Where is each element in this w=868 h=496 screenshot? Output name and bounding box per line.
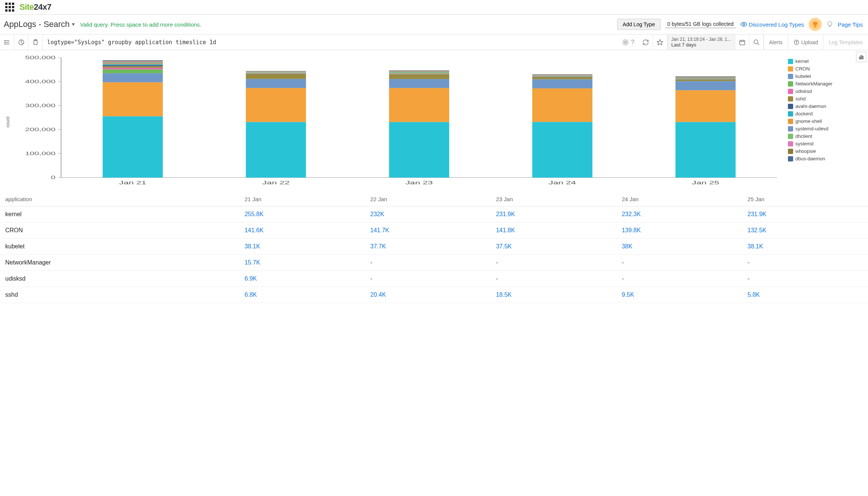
cell-value[interactable]: 38.1K — [239, 239, 365, 255]
svg-rect-96 — [676, 77, 736, 77]
legend-item-dbus-daemon[interactable]: dbus-daemon — [788, 156, 863, 161]
legend-item-systemd-udevd[interactable]: systemd-udevd — [788, 126, 863, 131]
cell-value[interactable]: 231.9K — [742, 206, 868, 223]
svg-rect-78 — [532, 76, 593, 77]
query-help-icon[interactable]: ? — [631, 39, 634, 46]
cell-value[interactable]: 38.1K — [742, 239, 868, 255]
legend-item-kubelet[interactable]: kubelet — [788, 73, 863, 79]
query-text: logtype="SysLogs" groupby application ti… — [47, 39, 622, 46]
cell-app: sshd — [0, 287, 239, 303]
cell-value: - — [365, 271, 491, 287]
svg-rect-75 — [532, 79, 593, 88]
add-log-type-button[interactable]: Add Log Type — [617, 19, 661, 30]
cell-value: - — [491, 271, 616, 287]
cell-value[interactable]: 15.7K — [239, 255, 365, 271]
cell-value[interactable]: 255.8K — [239, 206, 365, 223]
svg-rect-39 — [103, 64, 163, 65]
stacked-bar-chart[interactable]: 0100,000200,000300,000400,000500,000Jan … — [12, 54, 784, 189]
cell-value[interactable]: 141.7K — [365, 223, 491, 239]
query-input[interactable]: logtype="SysLogs" groupby application ti… — [43, 34, 639, 50]
col-date[interactable]: 24 Jan — [616, 192, 742, 206]
cell-value[interactable]: 9.5K — [616, 287, 742, 303]
legend-item-whoopsie[interactable]: whoopsie — [788, 148, 863, 154]
svg-rect-84 — [532, 74, 593, 75]
legend-item-kernel[interactable]: kernel — [788, 58, 863, 64]
svg-point-15 — [754, 40, 758, 44]
cell-value[interactable]: 37.7K — [365, 239, 491, 255]
svg-marker-10 — [657, 39, 663, 45]
svg-rect-89 — [676, 80, 736, 81]
legend-swatch — [788, 141, 793, 146]
svg-text:300,000: 300,000 — [25, 103, 55, 108]
col-date[interactable]: 25 Jan — [742, 192, 868, 206]
cell-value[interactable]: 6.9K — [239, 271, 365, 287]
cell-value[interactable]: 139.8K — [616, 223, 742, 239]
page-tips-link[interactable]: Page Tips — [838, 21, 863, 28]
page-title-dropdown[interactable]: AppLogs - Search ▼ — [4, 19, 76, 29]
svg-text:Jan 23: Jan 23 — [405, 180, 433, 185]
cell-value[interactable]: 5.8K — [742, 287, 868, 303]
col-date[interactable]: 21 Jan — [239, 192, 365, 206]
cell-app: udisksd — [0, 271, 239, 287]
cell-value: - — [491, 255, 616, 271]
col-date[interactable]: 23 Jan — [491, 192, 616, 206]
cell-value: - — [742, 255, 868, 271]
cell-value[interactable]: 231.9K — [491, 206, 616, 223]
svg-text:400,000: 400,000 — [25, 79, 55, 84]
discovered-log-types-link[interactable]: Discovered Log Types — [740, 21, 804, 28]
alerts-button[interactable]: Alerts — [764, 34, 788, 50]
chart-type-button[interactable] — [856, 52, 867, 62]
cell-value[interactable]: 232K — [365, 206, 491, 223]
cell-value[interactable]: 232.3K — [616, 206, 742, 223]
legend-item-gnome-shell[interactable]: gnome-shell — [788, 118, 863, 124]
legend-item-dhclient[interactable]: dhclient — [788, 133, 863, 139]
legend-label: CRON — [795, 66, 810, 72]
col-application[interactable]: application — [0, 192, 239, 206]
legend-item-CRON[interactable]: CRON — [788, 66, 863, 72]
svg-rect-51 — [246, 74, 306, 74]
cell-value[interactable]: 141.6K — [239, 223, 365, 239]
svg-rect-36 — [103, 68, 163, 69]
cell-value[interactable]: 141.8K — [491, 223, 616, 239]
svg-line-16 — [757, 43, 759, 45]
table-row: sshd6.8K20.4K18.5K9.5K5.8K — [0, 287, 868, 303]
log-templates-button[interactable]: Log Templates — [823, 34, 868, 50]
legend-swatch — [788, 96, 793, 102]
cell-value[interactable]: 132.5K — [742, 223, 868, 239]
site24x7-logo[interactable]: Site24x7 — [19, 2, 51, 12]
calendar-icon[interactable] — [735, 34, 749, 50]
legend-item-avahi-daemon[interactable]: avahi-daemon — [788, 103, 863, 109]
svg-rect-91 — [676, 79, 736, 79]
cell-value[interactable]: 18.5K — [491, 287, 616, 303]
clear-query-icon[interactable]: ✕ — [622, 39, 629, 46]
legend-item-sshd[interactable]: sshd — [788, 96, 863, 102]
cell-value[interactable]: 20.4K — [365, 287, 491, 303]
star-icon[interactable] — [653, 34, 667, 50]
svg-rect-88 — [676, 81, 736, 90]
cell-app: NetworkManager — [0, 255, 239, 271]
highlight-badge[interactable] — [808, 18, 822, 31]
clipboard-icon[interactable] — [28, 34, 43, 50]
legend-swatch — [788, 156, 793, 161]
table-row: udisksd6.9K---- — [0, 271, 868, 287]
legend-item-systemd[interactable]: systemd — [788, 141, 863, 146]
app-launcher-icon[interactable] — [5, 3, 14, 12]
time-range-picker[interactable]: Jan 21, 13:19:24 - Jan 28, 1... Last 7 d… — [667, 34, 735, 50]
svg-rect-34 — [103, 73, 163, 82]
col-date[interactable]: 22 Jan — [365, 192, 491, 206]
legend-label: systemd — [795, 141, 813, 146]
legend-item-udisksd[interactable]: udisksd — [788, 88, 863, 94]
pie-chart-icon[interactable] — [14, 34, 28, 50]
svg-rect-97 — [676, 76, 736, 77]
legend-label: udisksd — [795, 88, 812, 94]
cell-value[interactable]: 37.5K — [491, 239, 616, 255]
search-icon[interactable] — [749, 34, 764, 50]
cell-value[interactable]: 6.8K — [239, 287, 365, 303]
legend-item-NetworkManager[interactable]: NetworkManager — [788, 81, 863, 87]
legend-item-dockerd[interactable]: dockerd — [788, 111, 863, 117]
svg-rect-83 — [532, 75, 593, 75]
view-list-icon[interactable] — [0, 34, 14, 50]
refresh-icon[interactable] — [639, 34, 653, 50]
cell-value[interactable]: 38K — [616, 239, 742, 255]
upload-button[interactable]: Upload — [788, 34, 823, 50]
